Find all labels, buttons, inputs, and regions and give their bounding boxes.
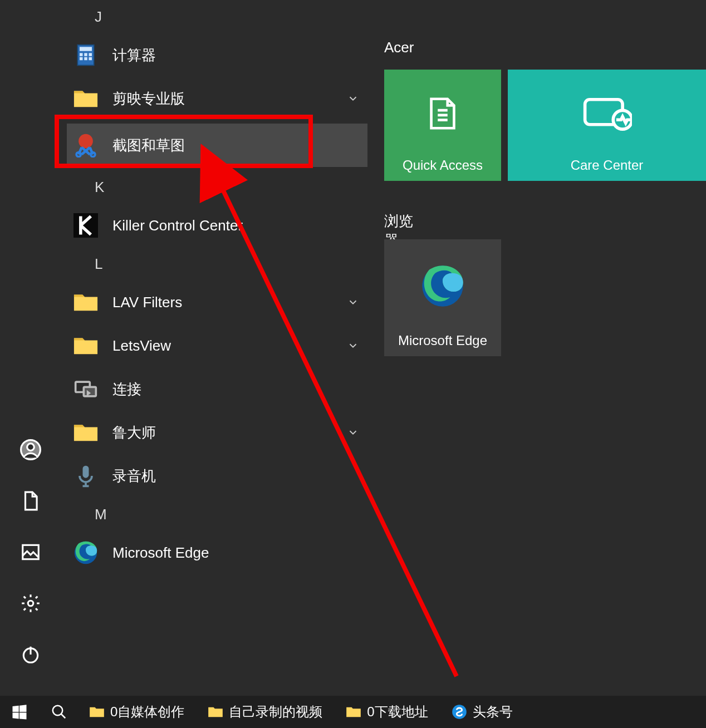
svg-rect-17 bbox=[73, 213, 98, 238]
svg-rect-8 bbox=[80, 53, 83, 56]
sogou-icon bbox=[452, 704, 467, 720]
edge-icon bbox=[384, 239, 501, 333]
taskbar-toutiao[interactable]: 头条号 bbox=[442, 696, 523, 728]
power-icon bbox=[20, 644, 41, 665]
app-edge[interactable]: Microsoft Edge bbox=[67, 531, 367, 574]
svg-point-3 bbox=[28, 601, 33, 606]
app-label: Microsoft Edge bbox=[112, 544, 209, 562]
svg-rect-11 bbox=[80, 57, 83, 61]
search-icon bbox=[51, 704, 67, 720]
svg-rect-10 bbox=[89, 53, 92, 56]
svg-point-26 bbox=[53, 706, 63, 716]
documents-button[interactable] bbox=[16, 486, 45, 515]
svg-rect-20 bbox=[83, 466, 89, 478]
letter-header-m[interactable]: M bbox=[67, 498, 367, 531]
connect-icon bbox=[72, 376, 99, 402]
app-label: LetsView bbox=[112, 337, 171, 355]
pictures-button[interactable] bbox=[16, 538, 45, 567]
svg-rect-19 bbox=[84, 387, 96, 396]
folder-icon bbox=[72, 289, 99, 316]
expand-button[interactable] bbox=[342, 421, 364, 444]
search-button[interactable] bbox=[42, 696, 76, 728]
tile-edge[interactable]: Microsoft Edge bbox=[384, 239, 501, 356]
start-rail bbox=[0, 435, 61, 696]
app-label: 鲁大师 bbox=[112, 423, 156, 442]
folder-icon bbox=[72, 419, 99, 446]
folder-icon bbox=[89, 704, 105, 720]
folder-icon bbox=[72, 332, 99, 359]
chevron-down-icon bbox=[347, 340, 359, 352]
taskbar-folder-download[interactable]: 0下载地址 bbox=[336, 696, 438, 728]
chevron-down-icon bbox=[347, 92, 359, 105]
app-label: 剪映专业版 bbox=[112, 89, 185, 109]
app-label: LAV Filters bbox=[112, 294, 182, 311]
expand-button[interactable] bbox=[342, 335, 364, 357]
start-menu: J 计算器 剪映专业版 截图和草图 K bbox=[0, 0, 706, 696]
app-label: 计算器 bbox=[112, 46, 156, 65]
app-ludashi[interactable]: 鲁大师 bbox=[67, 411, 367, 454]
app-label: 截图和草图 bbox=[112, 136, 185, 155]
svg-point-1 bbox=[27, 444, 35, 451]
folder-icon bbox=[208, 704, 223, 720]
power-button[interactable] bbox=[16, 640, 45, 669]
svg-rect-7 bbox=[80, 47, 92, 51]
app-lav-filters[interactable]: LAV Filters bbox=[67, 281, 367, 324]
quick-access-icon bbox=[384, 70, 501, 158]
taskbar-folder-media[interactable]: 0自媒体创作 bbox=[79, 696, 194, 728]
tile-group-acer[interactable]: Acer bbox=[384, 39, 414, 56]
care-center-icon bbox=[508, 70, 706, 158]
microphone-icon bbox=[72, 463, 99, 489]
document-icon bbox=[20, 490, 41, 511]
svg-rect-12 bbox=[84, 57, 87, 61]
letter-header-j[interactable]: J bbox=[67, 0, 367, 33]
tile-quick-access[interactable]: Quick Access bbox=[384, 70, 501, 181]
start-button[interactable] bbox=[0, 696, 39, 728]
letter-header-l[interactable]: L bbox=[67, 247, 367, 281]
tile-care-center[interactable]: Care Center bbox=[508, 70, 706, 181]
taskbar-folder-video[interactable]: 自己录制的视频 bbox=[198, 696, 332, 728]
svg-point-15 bbox=[76, 152, 81, 156]
app-connect[interactable]: 连接 bbox=[67, 367, 367, 411]
svg-point-14 bbox=[79, 134, 93, 149]
app-label: Killer Control Center bbox=[112, 217, 243, 234]
app-killer[interactable]: Killer Control Center bbox=[67, 204, 367, 247]
chevron-down-icon bbox=[347, 426, 359, 439]
app-list: J 计算器 剪映专业版 截图和草图 K bbox=[67, 0, 367, 696]
app-calculator[interactable]: 计算器 bbox=[67, 33, 367, 77]
gear-icon bbox=[20, 593, 41, 614]
app-snip-sketch[interactable]: 截图和草图 bbox=[67, 124, 367, 167]
svg-line-27 bbox=[61, 714, 66, 719]
app-letsview[interactable]: LetsView bbox=[67, 324, 367, 367]
windows-icon bbox=[11, 704, 28, 720]
expand-button[interactable] bbox=[342, 87, 364, 110]
app-jianying[interactable]: 剪映专业版 bbox=[67, 77, 367, 120]
user-account-button[interactable] bbox=[16, 435, 45, 464]
tiles-area: Acer Quick Access Care Center 浏览器 Micros… bbox=[384, 39, 414, 67]
svg-rect-13 bbox=[89, 57, 92, 61]
app-label: 连接 bbox=[112, 380, 141, 399]
svg-rect-9 bbox=[84, 53, 87, 56]
settings-button[interactable] bbox=[16, 589, 45, 618]
folder-icon bbox=[346, 704, 361, 720]
svg-point-16 bbox=[91, 152, 95, 156]
calculator-icon bbox=[72, 42, 99, 68]
killer-icon bbox=[72, 212, 99, 239]
picture-icon bbox=[20, 542, 41, 563]
snip-icon bbox=[72, 132, 99, 159]
app-voice-recorder[interactable]: 录音机 bbox=[67, 454, 367, 498]
taskbar: 0自媒体创作 自己录制的视频 0下载地址 头条号 bbox=[0, 696, 706, 728]
letter-header-k[interactable]: K bbox=[67, 170, 367, 204]
app-label: 录音机 bbox=[112, 466, 156, 486]
edge-icon bbox=[72, 539, 99, 566]
folder-icon bbox=[72, 85, 99, 112]
chevron-down-icon bbox=[347, 296, 359, 308]
expand-button[interactable] bbox=[342, 291, 364, 313]
user-icon bbox=[20, 439, 41, 460]
